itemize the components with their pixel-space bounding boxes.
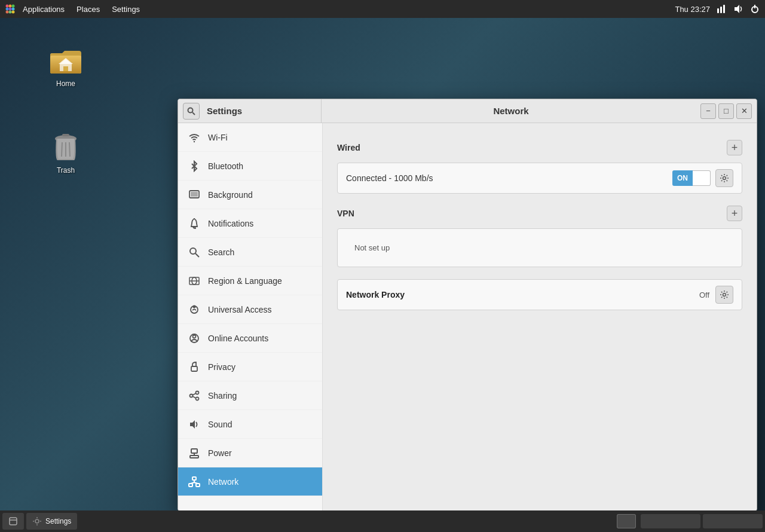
panel-right: Thu 23:27 bbox=[675, 4, 760, 14]
proxy-card: Network Proxy Off bbox=[337, 279, 742, 310]
sidebar-item-region[interactable]: Region & Language bbox=[178, 267, 322, 295]
svg-point-32 bbox=[190, 248, 196, 254]
sidebar-item-universal[interactable]: Universal Access bbox=[178, 295, 322, 324]
titlebar-content: Network bbox=[322, 106, 700, 116]
svg-point-3 bbox=[6, 8, 9, 11]
vpn-card: Not set up bbox=[337, 228, 742, 267]
close-button[interactable]: ✕ bbox=[736, 103, 752, 119]
search-button[interactable] bbox=[183, 103, 200, 120]
search-sidebar-icon bbox=[188, 246, 201, 259]
settings-taskbar-button[interactable]: Settings bbox=[26, 513, 77, 530]
proxy-status: Off bbox=[699, 291, 709, 299]
svg-point-1 bbox=[9, 5, 12, 8]
svg-rect-10 bbox=[720, 7, 722, 13]
applications-menu[interactable]: Applications bbox=[18, 4, 69, 15]
taskbar: Settings bbox=[0, 510, 765, 532]
svg-point-8 bbox=[12, 11, 15, 14]
power-icon[interactable] bbox=[749, 4, 760, 14]
svg-point-61 bbox=[723, 293, 726, 296]
network-label: Network bbox=[208, 477, 238, 487]
svg-rect-56 bbox=[196, 484, 200, 487]
trash-icon[interactable]: Trash bbox=[42, 126, 90, 177]
home-folder-image bbox=[48, 41, 84, 77]
wifi-label: Wi-Fi bbox=[208, 133, 228, 142]
settings-taskbar-icon bbox=[32, 516, 42, 526]
maximize-button[interactable]: □ bbox=[718, 103, 734, 119]
top-panel: Applications Places Settings Thu 23:27 bbox=[0, 0, 765, 18]
wired-row: Connected - 1000 Mb/s ON bbox=[338, 163, 742, 193]
wired-toggle[interactable]: ON bbox=[672, 170, 711, 186]
settings-panel-title-left: Settings bbox=[200, 106, 242, 116]
sound-label: Sound bbox=[208, 420, 232, 429]
minimize-button[interactable]: − bbox=[700, 103, 716, 119]
notifications-label: Notifications bbox=[208, 219, 253, 228]
sidebar-item-sound[interactable]: Sound bbox=[178, 410, 322, 439]
svg-rect-52 bbox=[190, 455, 198, 458]
svg-marker-12 bbox=[735, 5, 739, 13]
privacy-label: Privacy bbox=[208, 362, 235, 372]
settings-menu[interactable]: Settings bbox=[107, 4, 145, 15]
network-status-icon[interactable] bbox=[716, 4, 727, 14]
svg-rect-9 bbox=[717, 8, 719, 13]
svg-point-43 bbox=[193, 335, 196, 338]
svg-line-41 bbox=[194, 309, 196, 310]
svg-line-40 bbox=[192, 309, 194, 310]
taskbar-window-thumb[interactable] bbox=[617, 514, 636, 528]
sidebar-item-network[interactable]: Network bbox=[178, 467, 322, 496]
volume-icon[interactable] bbox=[733, 4, 743, 14]
power-label: Power bbox=[208, 448, 232, 458]
apps-icon[interactable] bbox=[5, 4, 16, 14]
desktop: Applications Places Settings Thu 23:27 bbox=[0, 0, 765, 532]
home-icon[interactable]: Home bbox=[42, 39, 90, 90]
sidebar-item-sharing[interactable]: Sharing bbox=[178, 381, 322, 410]
wired-add-button[interactable]: + bbox=[727, 140, 742, 155]
panel-title: Network bbox=[322, 106, 700, 116]
sidebar-item-online[interactable]: Online Accounts bbox=[178, 324, 322, 353]
show-desktop-button[interactable] bbox=[2, 513, 24, 530]
background-label: Background bbox=[208, 190, 253, 200]
vpn-title: VPN bbox=[337, 209, 354, 218]
taskbar-btn-2[interactable] bbox=[703, 514, 763, 528]
svg-line-33 bbox=[195, 253, 199, 257]
svg-rect-20 bbox=[63, 66, 68, 71]
power-sidebar-icon bbox=[188, 447, 201, 460]
wired-settings-button[interactable] bbox=[715, 169, 733, 187]
sidebar-item-bluetooth[interactable]: Bluetooth bbox=[178, 152, 322, 181]
sidebar-item-privacy[interactable]: Privacy bbox=[178, 353, 322, 381]
svg-rect-30 bbox=[191, 192, 198, 197]
bluetooth-label: Bluetooth bbox=[208, 161, 243, 171]
wired-title: Wired bbox=[337, 143, 360, 152]
taskbar-btn-1[interactable] bbox=[641, 514, 700, 528]
svg-marker-50 bbox=[190, 420, 195, 429]
region-label: Region & Language bbox=[208, 276, 282, 286]
proxy-settings-button[interactable] bbox=[715, 286, 733, 304]
vpn-not-setup: Not set up bbox=[346, 235, 398, 261]
sidebar-item-search[interactable]: Search bbox=[178, 238, 322, 267]
toggle-slider bbox=[693, 170, 711, 186]
show-desktop-icon bbox=[8, 516, 18, 526]
sidebar-item-background[interactable]: Background bbox=[178, 181, 322, 209]
proxy-row: Network Proxy Off bbox=[338, 280, 742, 310]
svg-line-22 bbox=[62, 142, 62, 157]
wifi-icon bbox=[188, 131, 201, 144]
sidebar-item-power[interactable]: Power bbox=[178, 439, 322, 467]
svg-line-48 bbox=[192, 393, 196, 395]
toggle-on-btn[interactable]: ON bbox=[672, 170, 693, 186]
svg-rect-54 bbox=[192, 477, 196, 480]
vpn-add-button[interactable]: + bbox=[727, 206, 742, 221]
notifications-icon bbox=[188, 217, 201, 230]
vpn-section-header: VPN + bbox=[337, 206, 742, 221]
svg-rect-55 bbox=[189, 484, 192, 487]
privacy-icon bbox=[188, 360, 201, 374]
places-menu[interactable]: Places bbox=[72, 4, 105, 15]
svg-line-59 bbox=[194, 482, 198, 484]
panel-left: Applications Places Settings bbox=[5, 4, 145, 15]
sidebar-item-wifi[interactable]: Wi-Fi bbox=[178, 123, 322, 152]
svg-point-4 bbox=[9, 8, 12, 11]
online-label: Online Accounts bbox=[208, 334, 268, 343]
bluetooth-icon bbox=[188, 160, 201, 173]
svg-point-6 bbox=[6, 11, 9, 14]
sidebar-item-notifications[interactable]: Notifications bbox=[178, 209, 322, 238]
clock: Thu 23:27 bbox=[675, 5, 710, 14]
wired-card: Connected - 1000 Mb/s ON bbox=[337, 163, 742, 194]
